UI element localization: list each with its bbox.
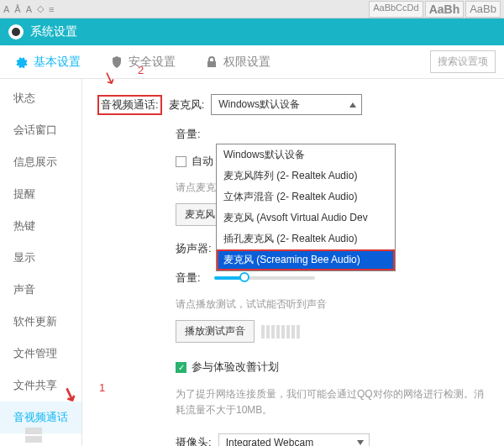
dropdown-item[interactable]: 插孔麦克风 (2- Realtek Audio) (217, 228, 395, 249)
style-preview: AaBh (425, 1, 465, 18)
auto-volume-checkbox[interactable] (176, 156, 186, 167)
sidebar-item-hotkey[interactable]: 热键 (0, 210, 81, 242)
combo-value: Windows默认设备 (218, 98, 300, 110)
annotation-number: 2 (138, 64, 144, 76)
tab-basic[interactable]: 基本设置 (15, 55, 81, 70)
shield-icon (110, 55, 123, 69)
mic-label: 麦克风: (169, 97, 205, 113)
sidebar-item-info-display[interactable]: 信息展示 (0, 146, 81, 178)
sidebar-item-reminder[interactable]: 提醒 (0, 178, 81, 210)
chevron-down-icon (357, 440, 364, 445)
lock-icon (205, 55, 218, 69)
tab-permission[interactable]: 权限设置 (205, 55, 270, 70)
speaker-hint-text: 请点播放测试，试试能否听到声音 (176, 297, 491, 312)
sidebar-item-update[interactable]: 软件更新 (0, 306, 81, 338)
auto-volume-label: 自动 (192, 154, 213, 169)
camera-combobox[interactable]: Integrated Webcam (218, 433, 370, 446)
sidebar-item-status[interactable]: 状态 (0, 82, 81, 114)
gear-icon (15, 55, 29, 69)
dropdown-item[interactable]: Windows默认设备 (217, 144, 395, 165)
settings-tabs: 基本设置 安全设置 权限设置 搜索设置项 (0, 45, 504, 79)
vu-meter (261, 325, 300, 338)
dropdown-item-selected[interactable]: 麦克风 (Screaming Bee Audio) (217, 249, 395, 270)
style-preview: AaBbCcDd (369, 1, 423, 18)
sidebar-item-file-mgmt[interactable]: 文件管理 (0, 338, 81, 370)
speaker-vol-label: 音量: (176, 270, 201, 286)
combo-value: Integrated Webcam (226, 437, 314, 446)
mic-dropdown: Windows默认设备 麦克风阵列 (2- Realtek Audio) 立体声… (216, 144, 396, 271)
tab-label: 基本设置 (34, 55, 81, 70)
style-preview: AaBb (465, 1, 501, 18)
sidebar-item-chat-window[interactable]: 会话窗口 (0, 114, 81, 146)
sidebar-scroll[interactable] (25, 428, 42, 443)
app-icon (8, 24, 24, 39)
speaker-volume-slider[interactable] (214, 276, 315, 280)
tab-label: 安全设置 (129, 55, 176, 70)
search-input[interactable]: 搜索设置项 (430, 50, 496, 73)
camera-label: 摄像头: (176, 435, 212, 446)
mic-vol-label: 音量: (176, 127, 201, 142)
window-titlebar: 系统设置 (0, 18, 504, 45)
sidebar-item-display[interactable]: 显示 (0, 242, 81, 274)
speaker-label: 扬声器: (176, 241, 212, 256)
speaker-test-button[interactable]: 播放测试声音 (176, 320, 255, 343)
mic-test-button[interactable]: 麦克风 (176, 203, 218, 226)
sidebar-item-sound[interactable]: 声音 (0, 274, 81, 306)
settings-panel: 音视频通话: 麦克风: Windows默认设备 Windows默认设备 麦克风阵… (82, 79, 504, 446)
improve-checkbox[interactable] (176, 362, 186, 373)
improve-label: 参与体验改善计划 (192, 359, 279, 375)
dropdown-item[interactable]: 麦克风阵列 (2- Realtek Audio) (217, 165, 395, 186)
sidebar-item-file-share[interactable]: 文件共享 (0, 370, 81, 401)
chevron-up-icon (349, 102, 356, 108)
sidebar: 状态 会话窗口 信息展示 提醒 热键 显示 声音 软件更新 文件管理 文件共享 … (0, 79, 82, 446)
tab-label: 权限设置 (223, 55, 270, 70)
window-title: 系统设置 (30, 24, 77, 39)
slider-thumb[interactable] (239, 272, 249, 282)
dropdown-item[interactable]: 立体声混音 (2- Realtek Audio) (217, 186, 395, 207)
improve-hint-text: 为了提升网络连接质量，我们可能会通过QQ对你的网络进行检测。消耗流量不大于10M… (176, 386, 491, 418)
mic-combobox[interactable]: Windows默认设备 (211, 94, 362, 115)
section-label: 音视频通话: (97, 95, 162, 115)
dropdown-item[interactable]: 麦克风 (Avsoft Virtual Audio Dev (217, 207, 395, 228)
parent-app-toolbar: AÅA◇≡ AaBbCcDd AaBh AaBb (0, 0, 504, 18)
